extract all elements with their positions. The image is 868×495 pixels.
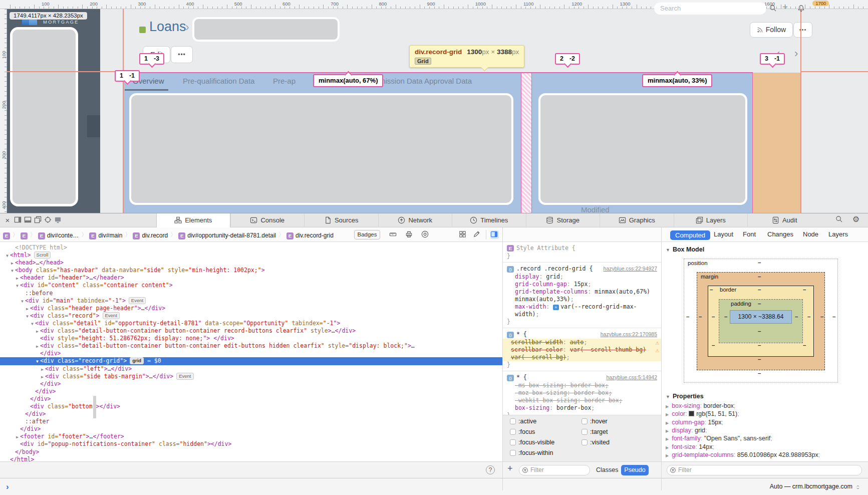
css-property[interactable]: -moz-box-sizing: border-box; bbox=[507, 389, 657, 397]
dom-node-row[interactable]: </div> bbox=[0, 388, 502, 395]
computed-property[interactable]: ▶font-size: 14px; bbox=[666, 443, 714, 450]
dom-node-row[interactable]: ▶<head>…</head> bbox=[0, 259, 502, 267]
dom-node-row[interactable]: ▼<div class="detail" id="opportunity-det… bbox=[0, 320, 502, 327]
pseudo-checkbox-target[interactable]: :target bbox=[582, 428, 653, 439]
stylesheet-link[interactable]: hazyblue.css:5:14942 bbox=[606, 374, 657, 381]
computed-property[interactable]: ▶grid-template-columns: 856.010986px 428… bbox=[666, 451, 820, 458]
checkbox[interactable] bbox=[582, 439, 588, 445]
checkbox[interactable] bbox=[510, 450, 516, 456]
css-property[interactable]: scrollbar-width: auto;⚠ bbox=[503, 339, 661, 346]
tab-audit[interactable]: Audit bbox=[747, 213, 821, 227]
page-tab-approval-data[interactable]: Approval Data bbox=[424, 77, 472, 85]
css-property[interactable]: display: grid; bbox=[507, 273, 657, 281]
tab-timelines[interactable]: Timelines bbox=[452, 213, 526, 227]
css-property[interactable]: scrollbar-color: var(--scroll-thumb-bg) … bbox=[503, 346, 661, 361]
dom-node-row[interactable]: ▶<header id="header">…</header> bbox=[0, 274, 502, 282]
pseudo-checkbox-focus-visible[interactable]: :focus-visible bbox=[510, 439, 582, 449]
next-page-arrow[interactable]: › bbox=[794, 47, 798, 60]
plus-icon[interactable]: + bbox=[782, 2, 788, 13]
dom-node-row[interactable]: </div> bbox=[0, 410, 502, 418]
dom-node-row[interactable]: <!DOCTYPE html> bbox=[0, 244, 502, 252]
page-title[interactable]: Loans bbox=[149, 19, 186, 35]
page-tab-pre-ap[interactable]: Pre-ap bbox=[273, 77, 296, 85]
page-tab-pre-qualification-data[interactable]: Pre-qualification Data bbox=[183, 77, 254, 85]
details-tab-layers[interactable]: Layers bbox=[828, 230, 848, 238]
computed-property[interactable]: ▶color: rgb(51, 51, 51); bbox=[666, 410, 739, 417]
dock-right-icon[interactable] bbox=[13, 216, 22, 225]
css-property[interactable]: max-width: ≡var(--record-grid-max-width)… bbox=[507, 303, 657, 318]
styles-filter-input[interactable]: Filter bbox=[519, 465, 590, 475]
stylesheet-link[interactable]: hazyblue.css:22:170985 bbox=[601, 331, 657, 338]
close-icon[interactable]: × bbox=[3, 216, 12, 225]
tab-console[interactable]: Console bbox=[230, 213, 305, 227]
details-tab-node[interactable]: Node bbox=[803, 230, 818, 238]
follow-button[interactable]: Follow bbox=[750, 22, 793, 38]
css-property[interactable]: grid-template-columns: minmax(auto,67%) … bbox=[507, 288, 657, 303]
pseudo-toggle[interactable]: Pseudo bbox=[621, 465, 649, 475]
details-tab-computed[interactable]: Computed bbox=[670, 230, 710, 240]
dom-node-row[interactable]: </div> bbox=[0, 380, 502, 388]
dom-node-row[interactable]: </body> bbox=[0, 448, 502, 456]
console-prompt-icon[interactable]: › bbox=[6, 482, 9, 492]
breadcrumb-item[interactable]: E bbox=[3, 230, 10, 239]
css-property[interactable]: box-sizing: border-box; bbox=[507, 404, 657, 412]
breadcrumb-item[interactable]: E bbox=[21, 230, 28, 239]
print-icon[interactable] bbox=[405, 230, 414, 239]
tab-network[interactable]: Network bbox=[378, 213, 452, 227]
sidebar-scroll-thumb[interactable] bbox=[87, 115, 100, 137]
dom-node-row[interactable]: <div class="bottom"></div> bbox=[0, 403, 502, 410]
tab-elements[interactable]: Elements bbox=[156, 213, 230, 227]
dom-node-row[interactable]: ▶<div class="detail-button-container but… bbox=[0, 342, 502, 350]
dom-node-row[interactable]: </div> bbox=[0, 350, 502, 357]
computed-property[interactable]: ▶display: grid; bbox=[666, 427, 707, 434]
checkbox[interactable] bbox=[510, 418, 516, 424]
grid-overlay-icon[interactable] bbox=[459, 230, 467, 239]
undock-icon[interactable] bbox=[33, 216, 42, 225]
checkbox[interactable] bbox=[510, 439, 516, 445]
dom-node-row[interactable]: ▼<body class="has-navbar" data-navbar="s… bbox=[0, 267, 502, 274]
dom-node-row[interactable]: ▶<div class="left">…</div> bbox=[0, 365, 502, 373]
dom-node-row[interactable]: ::before bbox=[0, 290, 502, 297]
details-tab-layout[interactable]: Layout bbox=[714, 230, 733, 238]
css-property[interactable]: grid-column-gap: 15px; bbox=[507, 281, 657, 288]
search-icon[interactable] bbox=[769, 5, 777, 14]
stylesheet-link[interactable]: hazyblue.css:22:94927 bbox=[604, 265, 657, 273]
pseudo-checkbox-active[interactable]: :active bbox=[510, 418, 582, 428]
breadcrumb-item[interactable]: Ediv#main bbox=[89, 230, 122, 239]
tab-sources[interactable]: Sources bbox=[304, 213, 378, 227]
tab-layers[interactable]: Layers bbox=[674, 213, 748, 227]
computed-property[interactable]: ▶column-gap: 15px; bbox=[666, 419, 723, 426]
edit-icon[interactable] bbox=[473, 230, 481, 239]
dom-node-row[interactable]: ▼<html>Scroll bbox=[0, 252, 502, 259]
pseudo-checkbox-visited[interactable]: :visited bbox=[582, 439, 653, 449]
dom-node-row[interactable]: ::after bbox=[0, 418, 502, 425]
record-more-button[interactable]: ••• bbox=[171, 46, 193, 63]
computed-property[interactable]: ▶font-family: "Open Sans", sans-serif; bbox=[666, 435, 772, 442]
checkbox[interactable] bbox=[510, 429, 516, 435]
tab-storage[interactable]: Storage bbox=[526, 213, 600, 227]
css-property[interactable]: -webkit-box-sizing: border-box; bbox=[507, 397, 657, 404]
badges-button[interactable]: Badges bbox=[354, 230, 380, 239]
device-icon[interactable] bbox=[53, 216, 62, 225]
breadcrumb-item[interactable]: Ediv#conte… bbox=[38, 230, 79, 239]
dom-node-row[interactable]: <div id="popup-notifications-container" … bbox=[0, 440, 502, 448]
dom-node-row[interactable]: ▶<div class="header page-header">…</div> bbox=[0, 305, 502, 312]
target-icon[interactable] bbox=[421, 230, 430, 239]
details-tab-changes[interactable]: Changes bbox=[767, 230, 793, 238]
details-tab-font[interactable]: Font bbox=[743, 230, 756, 238]
dom-node-row[interactable]: ▼<div class="record">Event bbox=[0, 312, 502, 320]
css-property[interactable]: -ms-box-sizing: border-box; bbox=[507, 382, 657, 389]
dom-node-row[interactable]: ▼<div id="content" class="container cont… bbox=[0, 282, 502, 289]
ruler-icon[interactable] bbox=[389, 230, 398, 239]
inspection-target-select[interactable]: Auto — crm.lbcmortgage.com bbox=[770, 483, 861, 490]
breadcrumb-item[interactable]: Ediv#opportunity-detail-8781.detail bbox=[178, 230, 276, 239]
dom-node-row[interactable]: ▶<div class="detail-button-container but… bbox=[0, 327, 502, 335]
sidebar-filter-input[interactable]: Filter bbox=[667, 465, 862, 475]
sidebar-toggle-icon[interactable] bbox=[490, 230, 499, 239]
properties-filter-icon[interactable] bbox=[857, 393, 864, 402]
dom-node-row[interactable]: ▼<div class="record-grid">grid = $0 bbox=[0, 357, 502, 365]
box-model-header[interactable]: ▼Box Model bbox=[666, 246, 704, 253]
follow-more-button[interactable]: ••• bbox=[793, 22, 812, 38]
element-picker-icon[interactable] bbox=[43, 216, 52, 225]
dock-bottom-icon[interactable] bbox=[23, 216, 32, 225]
